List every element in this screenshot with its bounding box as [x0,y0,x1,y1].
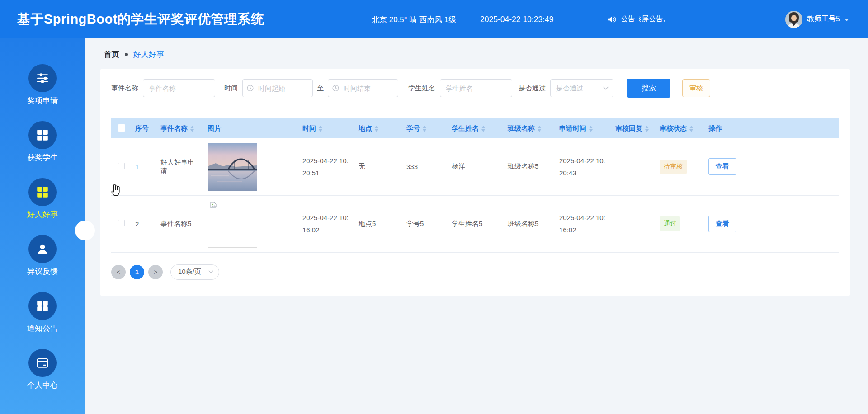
filter-bar: 事件名称 时间 至 学生姓名 是否通过 是 [111,79,839,98]
announcement-label: 公告 [621,14,635,24]
col-audit-status[interactable]: 审核状态 [656,118,705,138]
speaker-icon [607,14,617,24]
sort-icon[interactable] [190,126,194,132]
col-event-name[interactable]: 事件名称 [157,118,204,138]
cell-place: 地点5 [355,195,403,252]
grid-icon [28,178,57,206]
sidebar-item-label: 通知公告 [27,323,58,334]
col-time[interactable]: 时间 [299,118,355,138]
search-button[interactable]: 搜索 [627,79,670,98]
cell-student-name: 学生姓名5 [448,195,504,252]
weather-info: 北京 20.5° 晴 西南风 1级 [372,14,456,24]
status-badge: 待审核 [660,160,687,174]
prev-page-button[interactable]: < [111,265,126,279]
sidebar-item-dispute-feedback[interactable]: 异议反馈 [0,235,85,277]
sort-icon[interactable] [589,126,593,132]
sidebar-item-personal-center[interactable]: 个人中心 [0,349,85,390]
sort-icon[interactable] [375,126,378,132]
time-label: 时间 [224,84,238,93]
sort-icon[interactable] [423,126,426,132]
student-name-label: 学生姓名 [408,84,435,93]
event-name-input[interactable] [143,79,215,97]
breadcrumb-home[interactable]: 首页 [104,49,119,60]
status-badge: 通过 [660,216,680,231]
chevron-down-icon [603,86,609,90]
sidebar-item-label: 奖项申请 [27,95,58,106]
breadcrumb-current[interactable]: 好人好事 [133,49,164,60]
row-checkbox[interactable] [118,163,125,169]
cell-index: 2 [132,195,157,252]
sort-icon[interactable] [689,126,693,132]
view-button[interactable]: 查看 [708,216,736,232]
select-all-checkbox[interactable] [118,124,125,132]
cell-audit-reply [612,195,656,252]
cell-audit-status: 待审核 [656,138,705,195]
student-name-input[interactable] [440,79,512,97]
event-photo[interactable] [208,143,257,191]
table-body: 1 好人好事申请 [111,138,839,252]
clock-icon [247,85,254,92]
cell-student-name: 杨洋 [448,138,504,195]
cell-student-id: 333 [403,138,448,195]
breadcrumb: 首页 好人好事 [85,38,868,60]
cell-event-name: 事件名称5 [157,195,204,252]
chevron-down-icon [208,270,213,273]
cell-time: 2025-04-22 10:20:51 [299,138,355,195]
to-label: 至 [317,84,324,93]
avatar[interactable] [785,11,802,28]
sidebar-item-good-deeds[interactable]: 好人好事 [0,178,85,220]
clock-icon [332,85,339,92]
cell-student-id: 学号5 [403,195,448,252]
broken-image-icon [209,202,217,210]
broken-image[interactable] [208,200,257,248]
col-apply-time[interactable]: 申请时间 [556,118,612,138]
user-name: 教师工号5 [807,14,840,24]
cell-index: 1 [132,138,157,195]
view-button[interactable]: 查看 [708,158,736,175]
sort-icon[interactable] [538,126,541,132]
good-deeds-table: 序号 事件名称 图片 时间 地点 学号 学生姓名 班级名称 申请时间 审核回复 … [111,118,839,253]
sidebar-item-label: 个人中心 [27,380,58,390]
table-header-row: 序号 事件名称 图片 时间 地点 学号 学生姓名 班级名称 申请时间 审核回复 … [111,118,839,138]
datetime-display: 2025-04-22 10:23:49 [480,14,554,24]
sort-icon[interactable] [319,126,322,132]
audit-button[interactable]: 审核 [682,79,710,97]
cell-apply-time: 2025-04-22 10:16:02 [556,195,612,252]
cell-event-name: 好人好事申请 [157,138,204,195]
announcement-bar: 公告 滚屏公告, [607,14,686,24]
content-panel: 事件名称 时间 至 学生姓名 是否通过 是 [100,69,850,296]
cell-class-name: 班级名称5 [504,195,556,252]
cell-actions: 查看 [705,138,839,195]
col-actions: 操作 [705,118,839,138]
cell-time: 2025-04-22 10:16:02 [299,195,355,252]
grid-icon [28,292,57,320]
cell-image [204,195,299,252]
app-header: 基于SpringBoot的学生评奖评优管理系统 北京 20.5° 晴 西南风 1… [0,0,868,38]
sidebar-item-award-apply[interactable]: 奖项申请 [0,64,85,106]
col-class-name[interactable]: 班级名称 [504,118,556,138]
sort-icon[interactable] [481,126,485,132]
cell-actions: 查看 [705,195,839,252]
page-1-button[interactable]: 1 [130,265,144,279]
row-checkbox[interactable] [118,220,125,226]
table-row: 1 好人好事申请 [111,138,839,195]
sidebar-item-label: 异议反馈 [27,266,58,277]
main-content: 首页 好人好事 事件名称 时间 至 [85,38,868,414]
col-student-id[interactable]: 学号 [403,118,448,138]
page-size-select[interactable]: 10条/页 [170,264,219,280]
card-icon [28,349,57,377]
cell-apply-time: 2025-04-22 10:20:43 [556,138,612,195]
sidebar-item-label: 获奖学生 [27,152,58,163]
col-student-name[interactable]: 学生姓名 [448,118,504,138]
table-row: 2 事件名称5 [111,195,839,252]
user-menu[interactable]: 教师工号5 [785,11,849,28]
pass-select[interactable]: 是否通过 [550,79,613,97]
next-page-button[interactable]: > [148,265,163,279]
sort-icon[interactable] [645,126,649,132]
pass-label: 是否通过 [519,84,546,93]
sidebar-item-notices[interactable]: 通知公告 [0,292,85,334]
sidebar-item-awarded-students[interactable]: 获奖学生 [0,121,85,163]
col-audit-reply[interactable]: 审核回复 [612,118,656,138]
col-place[interactable]: 地点 [355,118,403,138]
sidebar-item-label: 好人好事 [27,209,58,220]
